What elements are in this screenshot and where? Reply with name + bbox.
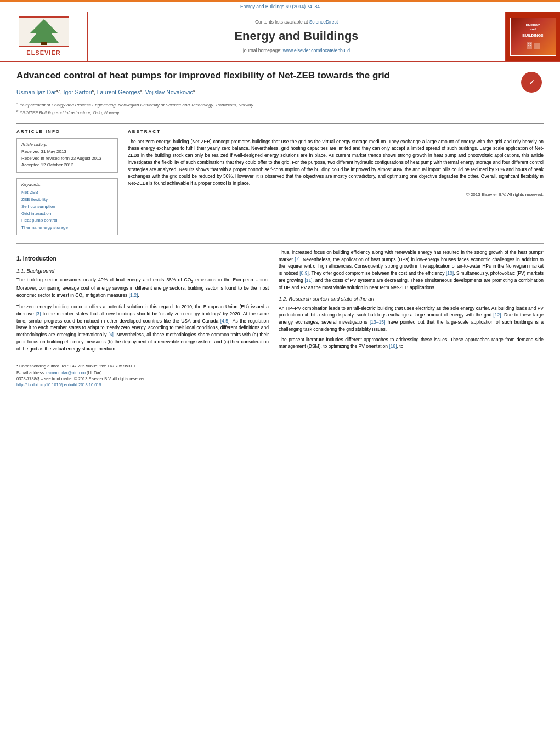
svg-rect-10 <box>530 45 531 46</box>
elsevier-label: ELSEVIER <box>26 49 60 57</box>
article-info-heading: ARTICLE INFO <box>16 128 118 134</box>
elsevier-tree-icon <box>19 16 69 47</box>
svg-rect-6 <box>534 43 540 49</box>
keyword-2: ZEB flexibility <box>21 196 113 203</box>
building-icon <box>525 39 541 50</box>
ref-16[interactable]: [16] <box>389 343 397 349</box>
section-1-title: 1. Introduction <box>16 254 269 263</box>
journal-ref: Energy and Buildings 69 (2014) 74–84 <box>0 2 560 12</box>
ref-3[interactable]: [3] <box>36 311 41 316</box>
elsevier-logo: ELSEVIER <box>0 12 88 61</box>
crossmark: ✓ <box>519 70 544 94</box>
keyword-4: Grid interaction <box>21 211 113 218</box>
affiliation-a: a ᵃ Department of Energy and Process Eng… <box>16 101 544 109</box>
ref-11[interactable]: [11] <box>304 278 312 283</box>
right-intro-para: Thus, increased focus on building effici… <box>279 249 544 291</box>
thumb-bottom-text: BUILDINGS <box>522 33 544 38</box>
svg-rect-5 <box>527 42 532 49</box>
journal-ref-text: Energy and Buildings 69 (2014) 74–84 <box>240 4 320 9</box>
contents-label: Contents lists available at <box>255 19 308 25</box>
contents-line: Contents lists available at ScienceDirec… <box>255 19 338 26</box>
footnotes: * Corresponding author. Tel.: +47 735 50… <box>16 360 269 388</box>
svg-rect-4 <box>19 46 69 47</box>
article-info-col: ARTICLE INFO Article history: Received 3… <box>16 128 118 235</box>
footnote-corresponding: * Corresponding author. Tel.: +47 735 50… <box>16 363 269 369</box>
received-revised-date: Received in revised form 23 August 2013 <box>21 155 113 161</box>
sciencedirect-link[interactable]: ScienceDirect <box>309 19 338 25</box>
page: Energy and Buildings 69 (2014) 74–84 ELS… <box>0 0 560 741</box>
homepage-label: journal homepage: <box>243 48 281 53</box>
keyword-6: Thermal energy storage <box>21 224 113 231</box>
footnote-doi: http://dx.doi.org/10.1016/j.enbuild.2013… <box>16 382 269 388</box>
keyword-5: Heat pump control <box>21 217 113 224</box>
main-left-col: 1. Introduction 1.1. Background The buil… <box>16 249 269 388</box>
article-info-abstract-section: ARTICLE INFO Article history: Received 3… <box>16 123 544 235</box>
right-para-2: The present literature includes differen… <box>279 336 544 350</box>
author-dar[interactable]: Usman Ijaz Dar <box>16 89 56 95</box>
author-georges[interactable]: Laurent Georges <box>97 89 140 95</box>
keyword-1: Net-ZEB <box>21 189 113 196</box>
ref-10[interactable]: [10] <box>446 270 454 276</box>
abstract-text: The net zero energy–building (Net-ZEB) c… <box>128 138 544 187</box>
main-right-col: Thus, increased focus on building effici… <box>279 249 544 388</box>
accepted-date: Accepted 12 October 2013 <box>21 162 113 168</box>
homepage-url[interactable]: www.elsevier.com/locate/enbuild <box>283 48 350 53</box>
ref-8-9[interactable]: [8,9] <box>299 270 309 276</box>
affiliation-b: b ᵇ SINTEF Building and Infrastructure, … <box>16 109 544 116</box>
received-date: Received 31 May 2013 <box>21 149 113 155</box>
ref-13-15[interactable]: [13–15] <box>370 319 385 325</box>
keyword-3: Self-consumption <box>21 203 113 211</box>
svg-rect-9 <box>528 45 529 46</box>
subsection-1-1-title: 1.1. Background <box>16 267 269 274</box>
svg-rect-2 <box>41 42 47 45</box>
article-body: Advanced control of heat pumps for impro… <box>0 62 560 395</box>
article-title-section: Advanced control of heat pumps for impro… <box>16 70 544 82</box>
affiliations: a ᵃ Department of Energy and Process Eng… <box>16 101 544 116</box>
abstract-heading: ABSTRACT <box>128 128 544 134</box>
keywords-box: Keywords: Net-ZEB ZEB flexibility Self-c… <box>16 178 118 235</box>
intro-para-2: The zero energy building concept offers … <box>16 303 269 352</box>
svg-text:✓: ✓ <box>528 78 534 87</box>
author-sartori[interactable]: Igor Sartori <box>64 89 92 95</box>
intro-para-1: The building sector consumes nearly 40% … <box>16 276 269 300</box>
main-content: 1. Introduction 1.1. Background The buil… <box>16 249 544 388</box>
thumb-top-text: ENERGY and <box>526 24 540 31</box>
ref-6[interactable]: [6] <box>108 332 113 337</box>
authors-line: Usman Ijaz Dara,*, Igor Sartorib, Lauren… <box>16 88 544 97</box>
ref-7[interactable]: [7] <box>295 257 299 262</box>
svg-rect-7 <box>528 43 529 44</box>
svg-rect-3 <box>19 16 69 18</box>
history-label: Article history: <box>21 142 113 148</box>
footnote-issn: 0378-7788/$ – see front matter © 2013 El… <box>16 376 269 382</box>
keywords-label: Keywords: <box>21 182 113 188</box>
footnote-email-link[interactable]: usman.i.dar@ntnu.no <box>46 370 86 375</box>
content-divider <box>16 243 544 244</box>
header-center: Contents lists available at ScienceDirec… <box>88 12 505 61</box>
crossmark-circle: ✓ <box>521 72 542 93</box>
article-title-text: Advanced control of heat pumps for impro… <box>16 70 390 81</box>
footnote-email: E-mail address: usman.i.dar@ntnu.no (I.I… <box>16 370 269 376</box>
svg-rect-8 <box>530 43 531 44</box>
article-history-box: Article history: Received 31 May 2013 Re… <box>16 138 118 173</box>
abstract-col: ABSTRACT The net zero energy–building (N… <box>128 128 544 235</box>
header-section: ELSEVIER Contents lists available at Sci… <box>0 12 560 62</box>
copyright-line: © 2013 Elsevier B.V. All rights reserved… <box>128 191 544 197</box>
journal-thumbnail: ENERGY and BUILDINGS <box>505 12 560 61</box>
crossmark-icon: ✓ <box>523 74 540 90</box>
ref-12[interactable]: [12] <box>493 312 501 318</box>
author-novakovic[interactable]: Vojislav Novakovic <box>145 89 193 95</box>
right-para-1: An HP–PV combination leads to an 'all-el… <box>279 305 544 333</box>
homepage-line: journal homepage: www.elsevier.com/locat… <box>243 48 350 54</box>
ref-4-5[interactable]: [4,5] <box>220 318 230 324</box>
subsection-1-2-title: 1.2. Research context and state of the a… <box>279 295 544 302</box>
journal-title: Energy and Buildings <box>234 28 358 45</box>
journal-thumb-inner: ENERGY and BUILDINGS <box>510 18 556 56</box>
footnote-doi-link[interactable]: http://dx.doi.org/10.1016/j.enbuild.2013… <box>16 382 101 387</box>
ref-1-2[interactable]: [1,2] <box>129 292 138 298</box>
